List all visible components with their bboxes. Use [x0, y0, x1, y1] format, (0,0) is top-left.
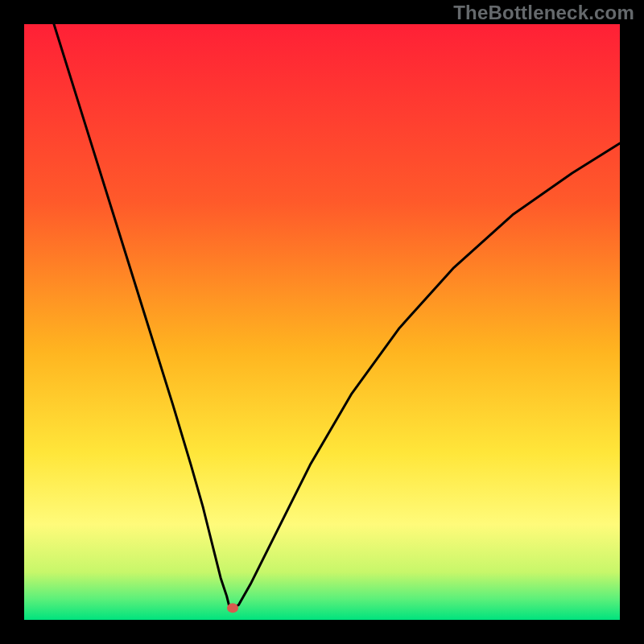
watermark-text: TheBottleneck.com	[453, 2, 634, 24]
optimal-point-marker	[227, 603, 238, 613]
chart-svg	[24, 24, 620, 620]
chart-container: TheBottleneck.com	[0, 0, 644, 644]
plot-area	[24, 24, 620, 620]
chart-background	[24, 24, 620, 620]
